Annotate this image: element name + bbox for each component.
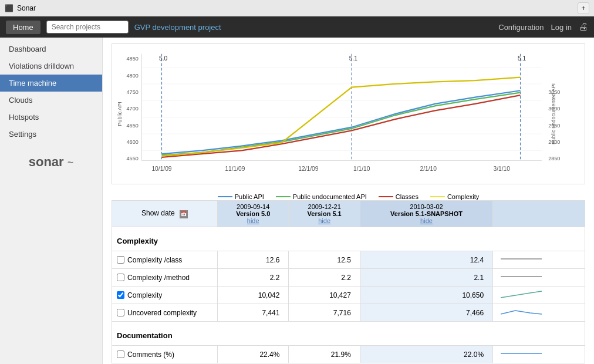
metrics-table: Show date 📅 2009-09-14 Version 5.0 hide … bbox=[112, 200, 585, 363]
mini-chart-cell bbox=[493, 346, 585, 363]
metric-value: 22.4% bbox=[218, 346, 289, 363]
metric-label: Complexity bbox=[117, 291, 212, 299]
sonar-logo-arc: ~ bbox=[68, 157, 74, 168]
svg-text:5.1: 5.1 bbox=[518, 55, 526, 62]
col-header-3: 2010-03-02 Version 5.1-SNAPSHOT hide bbox=[360, 201, 492, 227]
metric-label-cell: Complexity /method bbox=[112, 269, 218, 287]
metric-label: Uncovered complexity bbox=[117, 309, 212, 317]
metric-value: 2.1 bbox=[360, 269, 492, 287]
sidebar-logo: sonar ~ bbox=[0, 154, 102, 170]
mini-chart-cell bbox=[493, 269, 585, 287]
login-link[interactable]: Log in bbox=[551, 23, 572, 32]
svg-text:4800: 4800 bbox=[127, 73, 139, 79]
col-header-2: 2009-12-21 Version 5.1 hide bbox=[289, 201, 360, 227]
legend-item: Classes bbox=[379, 193, 419, 200]
content-area: 5.0 5.1 5.1 10/1/09 11/1/09 12/1/09 1/1/… bbox=[103, 38, 594, 364]
configuration-link[interactable]: Configuration bbox=[498, 23, 544, 32]
nav-bar: Home GVP development project Configurati… bbox=[0, 16, 594, 38]
metric-value: 21.9% bbox=[289, 346, 360, 363]
svg-text:2/1/10: 2/1/10 bbox=[420, 166, 437, 172]
metric-label: Complexity /class bbox=[117, 256, 212, 264]
svg-text:4650: 4650 bbox=[127, 123, 139, 129]
metric-name: Complexity bbox=[127, 291, 162, 299]
chart-svg: 5.0 5.1 5.1 10/1/09 11/1/09 12/1/09 1/1/… bbox=[115, 47, 582, 181]
metric-label-cell: Uncovered complexity bbox=[112, 304, 218, 322]
col-header-chart bbox=[493, 201, 585, 227]
sidebar-item-settings[interactable]: Settings bbox=[0, 126, 102, 143]
svg-text:5.0: 5.0 bbox=[159, 55, 168, 62]
sidebar-item-dashboard[interactable]: Dashboard bbox=[0, 41, 102, 58]
svg-text:12/1/09: 12/1/09 bbox=[298, 166, 318, 172]
chart-legend: Public APIPublic undocumented APIClasses… bbox=[112, 193, 585, 200]
home-button[interactable]: Home bbox=[6, 21, 41, 34]
table-row: Comments (%) 22.4%21.9%22.0% bbox=[112, 346, 585, 363]
sidebar-item-clouds[interactable]: Clouds bbox=[0, 92, 102, 109]
svg-text:4600: 4600 bbox=[127, 139, 139, 145]
show-date-label: Show date bbox=[141, 209, 175, 217]
svg-text:10/1/09: 10/1/09 bbox=[151, 166, 171, 172]
version-1: Version 5.0 bbox=[236, 210, 270, 217]
metric-value: 10,042 bbox=[218, 287, 289, 304]
sidebar-item-violations[interactable]: Violations drilldown bbox=[0, 58, 102, 75]
svg-text:4700: 4700 bbox=[127, 106, 139, 112]
hide-link-1[interactable]: hide bbox=[222, 217, 284, 224]
sidebar-item-time-machine[interactable]: Time machine bbox=[0, 75, 102, 92]
hide-link-2[interactable]: hide bbox=[293, 217, 355, 224]
metric-value: 7,466 bbox=[360, 304, 492, 322]
section-title: Documentation bbox=[117, 331, 580, 340]
title-bar: ⬛ Sonar + bbox=[0, 0, 594, 16]
section-title-row: Complexity bbox=[112, 227, 585, 251]
project-link[interactable]: GVP development project bbox=[134, 23, 221, 32]
legend-item: Public API bbox=[218, 193, 264, 200]
version-2: Version 5.1 bbox=[308, 210, 342, 217]
svg-text:3/1/10: 3/1/10 bbox=[494, 166, 511, 172]
metric-checkbox[interactable] bbox=[117, 256, 124, 264]
svg-text:2850: 2850 bbox=[548, 156, 560, 162]
data-table: Show date 📅 2009-09-14 Version 5.0 hide … bbox=[112, 200, 585, 363]
nav-right-actions: Configuration Log in 🖨 bbox=[498, 22, 588, 32]
svg-text:Public undocumented API: Public undocumented API bbox=[551, 83, 556, 144]
metric-value: 7,441 bbox=[218, 304, 289, 322]
table-row: Complexity /class 12.612.512.4 bbox=[112, 251, 585, 269]
svg-text:4750: 4750 bbox=[127, 89, 139, 95]
metric-name: Complexity /method bbox=[127, 274, 190, 282]
metric-value: 22.0% bbox=[360, 346, 492, 363]
section-title-row: Documentation bbox=[112, 322, 585, 346]
main-layout: DashboardViolations drilldownTime machin… bbox=[0, 38, 594, 364]
metric-checkbox[interactable] bbox=[117, 274, 124, 281]
show-date-header: Show date 📅 bbox=[112, 201, 218, 227]
date-1: 2009-09-14 bbox=[237, 203, 269, 210]
hide-link-3[interactable]: hide bbox=[365, 217, 488, 224]
metric-value: 10,427 bbox=[289, 287, 360, 304]
time-machine-chart: 5.0 5.1 5.1 10/1/09 11/1/09 12/1/09 1/1/… bbox=[112, 43, 585, 184]
metric-checkbox[interactable] bbox=[117, 309, 124, 316]
metric-label-cell: Complexity /class bbox=[112, 251, 218, 269]
metric-label-cell: Complexity bbox=[112, 287, 218, 304]
calendar-icon[interactable]: 📅 bbox=[180, 210, 188, 218]
metric-label: Comments (%) bbox=[117, 350, 212, 359]
section-title: Complexity bbox=[117, 237, 580, 245]
browser-favicon: ⬛ bbox=[5, 4, 14, 12]
svg-text:11/1/09: 11/1/09 bbox=[225, 166, 245, 172]
table-header-row: Show date 📅 2009-09-14 Version 5.0 hide … bbox=[112, 201, 585, 227]
svg-text:5.1: 5.1 bbox=[349, 55, 358, 62]
search-input[interactable] bbox=[46, 21, 129, 33]
sidebar-item-hotspots[interactable]: Hotspots bbox=[0, 109, 102, 126]
metric-value: 12.5 bbox=[289, 251, 360, 269]
print-icon[interactable]: 🖨 bbox=[579, 22, 588, 32]
svg-text:1/1/10: 1/1/10 bbox=[353, 166, 370, 172]
table-row: Complexity /method 2.22.22.1 bbox=[112, 269, 585, 287]
col-header-1: 2009-09-14 Version 5.0 hide bbox=[218, 201, 289, 227]
metric-value: 10,650 bbox=[360, 287, 492, 304]
svg-text:4550: 4550 bbox=[127, 156, 139, 162]
sonar-logo-text: sonar ~ bbox=[0, 154, 102, 170]
metric-checkbox[interactable] bbox=[117, 291, 124, 299]
metric-value: 7,716 bbox=[289, 304, 360, 322]
metric-label-cell: Comments (%) bbox=[112, 346, 218, 363]
mini-chart-cell bbox=[493, 287, 585, 304]
sidebar: DashboardViolations drilldownTime machin… bbox=[0, 38, 103, 364]
metric-checkbox[interactable] bbox=[117, 350, 124, 358]
metric-name: Uncovered complexity bbox=[127, 309, 197, 317]
legend-item: Complexity bbox=[430, 193, 479, 200]
new-tab-button[interactable]: + bbox=[578, 2, 589, 14]
